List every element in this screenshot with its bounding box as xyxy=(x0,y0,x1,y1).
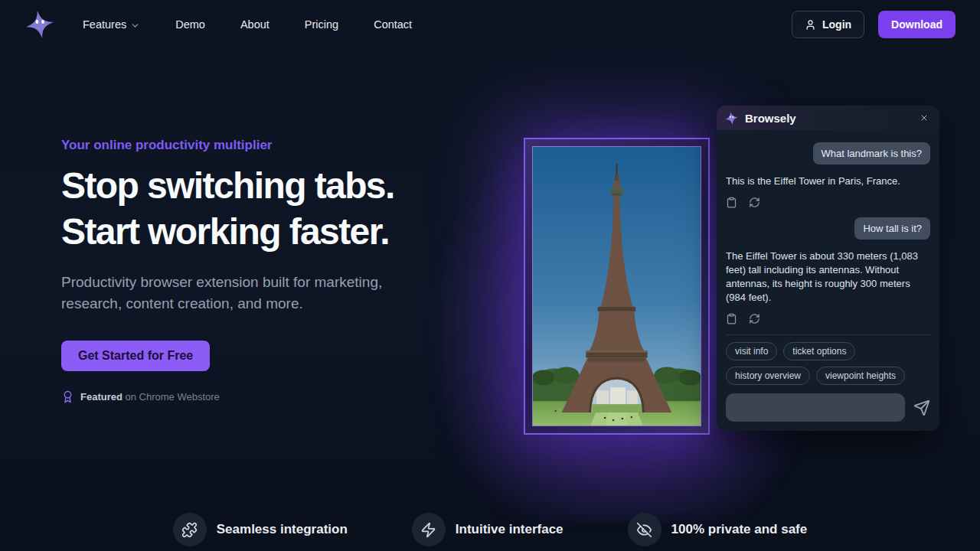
chat-panel: Browsely What landmark is this? This is … xyxy=(717,106,939,431)
nav-item-demo[interactable]: Demo xyxy=(175,18,205,31)
user-message: What landmark is this? xyxy=(813,142,931,165)
feature-item: 100% private and safe xyxy=(628,513,808,546)
user-icon xyxy=(805,19,816,31)
top-nav: Features Demo About Pricing Contact Logi… xyxy=(0,0,980,49)
hero-eyebrow: Your online productivity multiplier xyxy=(61,138,505,153)
feature-label: 100% private and safe xyxy=(671,522,808,537)
chevron-down-icon xyxy=(130,21,140,31)
assistant-message: The Eiffel Tower is about 330 meters (1,… xyxy=(726,249,930,305)
feature-item: Seamless integration xyxy=(173,513,348,546)
get-started-button[interactable]: Get Started for Free xyxy=(61,341,210,371)
featured-badge: Featured on Chrome Webstore xyxy=(61,390,505,403)
nav-actions: Login Download xyxy=(792,11,956,38)
login-button[interactable]: Login xyxy=(792,11,864,38)
copy-icon[interactable] xyxy=(726,197,737,208)
user-message: How tall is it? xyxy=(854,217,930,240)
send-icon[interactable] xyxy=(913,399,930,416)
chat-title: Browsely xyxy=(745,112,796,125)
regenerate-icon[interactable] xyxy=(749,313,760,324)
landing-page: Features Demo About Pricing Contact Logi… xyxy=(0,0,980,551)
showcase-frame xyxy=(524,138,710,435)
copy-icon[interactable] xyxy=(726,313,737,324)
browsely-logo-small xyxy=(724,111,739,126)
eiffel-tower-photo xyxy=(532,146,701,426)
nav-links: Features Demo About Pricing Contact xyxy=(83,18,412,31)
nav-item-features[interactable]: Features xyxy=(83,18,140,31)
browsely-logo[interactable] xyxy=(24,9,55,40)
feature-item: Intuitive interface xyxy=(412,513,564,546)
hero-title: Stop switching tabs. Start working faste… xyxy=(61,163,505,255)
download-button[interactable]: Download xyxy=(878,11,956,38)
nav-item-contact[interactable]: Contact xyxy=(374,18,412,31)
regenerate-icon[interactable] xyxy=(749,197,760,208)
chat-header: Browsely xyxy=(717,106,939,130)
suggestion-chips: visit info ticket options history overvi… xyxy=(717,335,939,385)
assistant-message: This is the Eiffel Tower in Paris, Franc… xyxy=(726,174,930,188)
hero-subtitle: Productivity browser extension built for… xyxy=(61,272,429,315)
feature-label: Seamless integration xyxy=(217,522,348,537)
suggestion-chip[interactable]: visit info xyxy=(726,342,777,360)
message-actions xyxy=(726,197,930,208)
suggestion-chip[interactable]: history overview xyxy=(726,367,810,385)
suggestion-chip[interactable]: ticket options xyxy=(783,342,855,360)
nav-item-pricing[interactable]: Pricing xyxy=(305,18,338,31)
chat-messages: What landmark is this? This is the Eiffe… xyxy=(717,130,939,325)
chat-input-row xyxy=(717,385,939,431)
close-icon[interactable] xyxy=(916,110,932,126)
hero-section: Your online productivity multiplier Stop… xyxy=(61,138,505,403)
message-actions xyxy=(726,313,930,324)
puzzle-icon xyxy=(173,513,207,546)
award-icon xyxy=(61,390,74,403)
zap-icon xyxy=(412,513,446,546)
feature-label: Intuitive interface xyxy=(456,522,564,537)
nav-item-features-label: Features xyxy=(83,18,126,31)
nav-item-about[interactable]: About xyxy=(240,18,270,31)
eye-off-icon xyxy=(628,513,662,546)
suggestion-chip[interactable]: viewpoint heights xyxy=(816,367,905,385)
feature-strip: Seamless integration Intuitive interface… xyxy=(0,513,980,546)
chat-input[interactable] xyxy=(726,393,905,422)
